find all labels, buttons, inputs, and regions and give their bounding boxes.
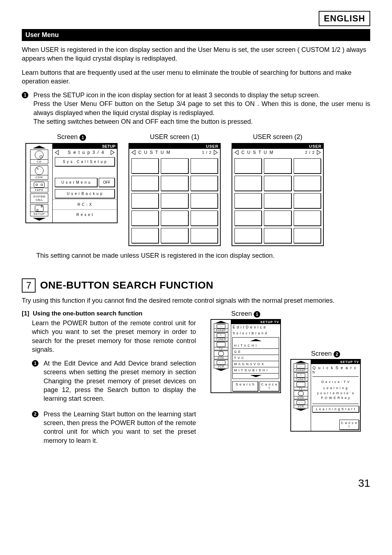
sidebar-item-dvd[interactable]: DVD xyxy=(214,351,228,359)
page-number: 31 xyxy=(22,477,370,489)
lcd-user-2: USER C U S T U M 2 / 2 xyxy=(232,143,324,246)
user-cell[interactable] xyxy=(294,158,321,174)
section-7-title: ONE-BUTTON SEARCH FUNCTION xyxy=(40,279,213,291)
user-cell[interactable] xyxy=(191,158,218,174)
user-cell[interactable] xyxy=(191,193,218,208)
nav-right-icon[interactable] xyxy=(214,150,218,155)
user-cell[interactable] xyxy=(234,158,262,174)
user-cell[interactable] xyxy=(131,193,159,208)
quick-search-sidebar: ⎍AVAMP ⎍TUNER TV DVD ○ ○VCR xyxy=(291,360,311,431)
user-cell[interactable] xyxy=(161,176,188,191)
setup-sidebar: CD ✎ CDR TAPE SYSTEM CALL xyxy=(26,144,53,223)
section-bar-user-menu: User Menu xyxy=(22,29,370,41)
intro-paragraph-2: Learn buttons that are frequently used a… xyxy=(22,68,370,86)
brand-scroll-down-icon[interactable] xyxy=(250,375,262,377)
sidebar-item-tuner[interactable]: ⎍TUNER xyxy=(214,332,228,341)
user-cell[interactable] xyxy=(264,228,291,243)
user-cell[interactable] xyxy=(191,176,218,191)
brand-row[interactable]: T V C xyxy=(233,355,279,361)
user-cell[interactable] xyxy=(294,228,321,243)
sidebar-item-tv[interactable]: TV xyxy=(214,342,228,350)
sidebar-item-vcr[interactable]: ○ ○VCR xyxy=(294,400,308,408)
qs-learn-line3: P O W E R k e y xyxy=(313,396,359,401)
s7-screen1-label: Screen 1 xyxy=(211,310,281,318)
sidebar-item-cdr[interactable]: ✎ CDR xyxy=(30,165,48,180)
user-cell[interactable] xyxy=(234,228,262,243)
user-cell[interactable] xyxy=(131,228,159,243)
user-cell[interactable] xyxy=(191,228,218,243)
btn-user-backup[interactable]: U s e r B a c k u p xyxy=(55,189,115,198)
user-cell[interactable] xyxy=(234,193,262,208)
btn-user-menu[interactable]: U s e r M e n u xyxy=(55,178,97,187)
user-cell[interactable] xyxy=(294,176,321,191)
sidebar-item-tv[interactable]: TV xyxy=(294,381,308,390)
edit-device-header: SETUP TV xyxy=(231,320,280,324)
user-cell[interactable] xyxy=(264,193,291,208)
section-7-lead: Try using this function if you cannot fi… xyxy=(22,296,370,305)
btn-learning-start[interactable]: L e a r n i n g S t a r t xyxy=(312,406,359,412)
btn-cancel[interactable]: C a n c e l xyxy=(260,381,279,391)
scroll-up-icon[interactable] xyxy=(33,146,46,148)
btn-syscall-setup[interactable]: S y s . C a l l S e t u p xyxy=(55,157,115,166)
intro-paragraph-1: When USER is registered in the icon disp… xyxy=(22,45,370,63)
sidebar-item-system-call[interactable]: SYSTEM CALL xyxy=(30,193,48,203)
nav-left-icon[interactable] xyxy=(55,150,59,155)
user-cell[interactable] xyxy=(131,176,159,191)
user-cell[interactable] xyxy=(294,193,321,208)
user-cell[interactable] xyxy=(161,158,188,174)
scroll-down-icon[interactable] xyxy=(295,409,307,411)
user-cell[interactable] xyxy=(264,158,291,174)
user2-header: USER xyxy=(232,144,323,149)
user-cell[interactable] xyxy=(131,158,159,174)
user2-page: 2 / 2 xyxy=(305,150,315,155)
sidebar-item-setup[interactable]: SETUP xyxy=(30,204,48,216)
user-cell[interactable] xyxy=(161,193,188,208)
sec7-bullet-2: Press the Learning Start button on the l… xyxy=(44,410,196,445)
nav-right-icon[interactable] xyxy=(111,150,115,155)
brand-scroll-up-icon[interactable] xyxy=(250,339,262,341)
sidebar-item-tuner[interactable]: ⎍TUNER xyxy=(294,372,308,381)
user-screen-2-label: USER screen (2) xyxy=(253,133,302,141)
sub-1-heading: [1] Using the one-button search function xyxy=(22,310,196,317)
step1-line1: Press the SETUP icon in the icon display… xyxy=(33,91,370,99)
s7-screen2-label: Screen 2 xyxy=(290,350,361,358)
scroll-down-icon[interactable] xyxy=(33,218,46,221)
user-cell[interactable] xyxy=(294,211,321,226)
btn-user-menu-off[interactable]: OFF xyxy=(99,178,115,187)
sidebar-item-dvd[interactable]: DVD xyxy=(294,391,308,399)
user-cell[interactable] xyxy=(131,211,159,226)
nav-right-icon[interactable] xyxy=(317,150,321,155)
user-cell[interactable] xyxy=(191,211,218,226)
user-cell[interactable] xyxy=(264,176,291,191)
scroll-down-icon[interactable] xyxy=(215,369,227,371)
sidebar-item-cd[interactable]: CD xyxy=(30,150,48,164)
sidebar-item-tape[interactable]: TAPE xyxy=(30,181,48,192)
edit-device-sidebar: ⎍AVAMP ⎍TUNER TV DVD ○ ○VCR xyxy=(211,320,231,392)
sidebar-item-avamp[interactable]: ⎍AVAMP xyxy=(294,363,308,372)
btn-cancel[interactable]: C a n c e l xyxy=(339,420,359,430)
nav-left-icon[interactable] xyxy=(131,150,135,155)
lcd-quick-search: ⎍AVAMP ⎍TUNER TV DVD ○ ○VCR SETUP TV Q u… xyxy=(290,359,361,432)
sidebar-item-avamp[interactable]: ⎍AVAMP xyxy=(214,323,228,332)
row-rcx: R C - X xyxy=(53,199,117,209)
scroll-up-icon[interactable] xyxy=(215,321,227,323)
user1-title: C U S T U M xyxy=(135,150,202,155)
sidebar-item-vcr[interactable]: ○ ○VCR xyxy=(214,360,228,368)
quick-search-header: SETUP TV xyxy=(311,360,360,364)
user-screen-1-label: USER screen (1) xyxy=(150,133,199,141)
qs-learn-line1: L e a r n i n g xyxy=(313,386,359,391)
user-cell[interactable] xyxy=(264,211,291,226)
btn-search[interactable]: S e a r c h xyxy=(232,381,258,391)
user-cell[interactable] xyxy=(234,211,262,226)
brand-row[interactable]: M I T S U B I S H I xyxy=(233,367,279,374)
scroll-up-icon[interactable] xyxy=(295,361,307,363)
note-after-screens: This setting cannot be made unless USER … xyxy=(36,251,370,260)
user-cell[interactable] xyxy=(161,228,188,243)
brand-row[interactable]: G E xyxy=(233,349,279,355)
user-cell[interactable] xyxy=(161,211,188,226)
brand-row[interactable]: M A G N A V O X xyxy=(233,361,279,367)
user-cell[interactable] xyxy=(234,176,262,191)
nav-left-icon[interactable] xyxy=(234,150,238,155)
lcd-user-1: USER C U S T U M 1 / 2 xyxy=(128,143,221,246)
brand-row[interactable]: H I T A C H I xyxy=(233,343,279,349)
